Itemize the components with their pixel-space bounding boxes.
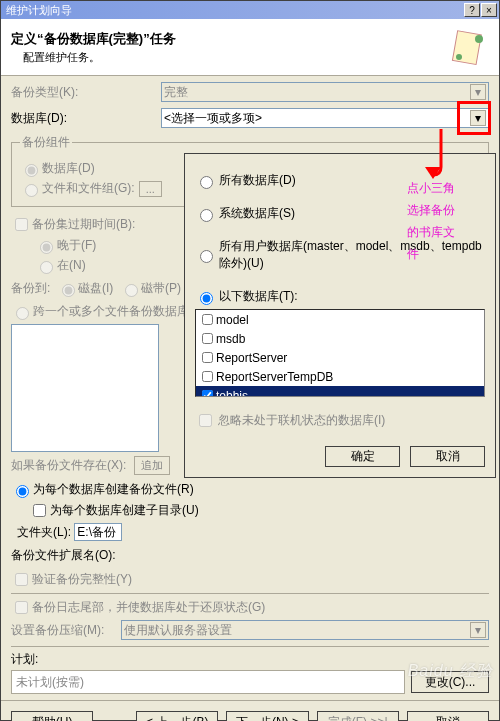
cancel-button[interactable]: 取消 xyxy=(407,711,489,721)
expire-after-radio xyxy=(40,241,53,254)
opt-user-radio[interactable] xyxy=(200,250,213,263)
close-button[interactable]: × xyxy=(481,3,497,17)
annotation-highlight-box xyxy=(457,101,491,135)
wizard-header: 定义“备份数据库(完整)”任务 配置维护任务。 xyxy=(1,19,499,76)
backup-disk-radio xyxy=(62,284,75,297)
db-item-checkbox[interactable] xyxy=(202,390,213,397)
ellipsis-button: ... xyxy=(139,181,162,197)
db-list-item[interactable]: tobhis xyxy=(196,386,484,397)
chevron-down-icon: ▾ xyxy=(470,84,486,100)
opt-these-radio[interactable] xyxy=(200,292,213,305)
verify-check xyxy=(15,573,28,586)
page-subtitle: 配置维护任务。 xyxy=(11,50,449,65)
back-button[interactable]: < 上一步(B) xyxy=(136,711,218,721)
expire-check xyxy=(15,218,28,231)
database-combo[interactable]: <选择一项或多项>▾ xyxy=(161,108,489,128)
exists-combo: 追加 xyxy=(134,456,170,475)
chevron-down-icon: ▾ xyxy=(470,622,486,638)
cancel-button[interactable]: 取消 xyxy=(410,446,485,467)
wizard-window: 维护计划向导 ? × 定义“备份数据库(完整)”任务 配置维护任务。 备份类型(… xyxy=(0,0,500,721)
db-item-checkbox[interactable] xyxy=(202,352,213,363)
folder-input[interactable] xyxy=(74,523,122,541)
backup-type-combo: 完整▾ xyxy=(161,82,489,102)
across-files-radio xyxy=(16,307,29,320)
svg-point-2 xyxy=(456,54,462,60)
tail-check xyxy=(15,601,28,614)
watermark: Baidu 经验 xyxy=(408,661,493,682)
ignore-offline-check xyxy=(199,414,212,427)
perdb-radio[interactable] xyxy=(16,485,29,498)
compress-combo: 使用默认服务器设置▾ xyxy=(121,620,489,640)
db-item-checkbox[interactable] xyxy=(202,371,213,382)
opt-system-radio[interactable] xyxy=(200,209,213,222)
backup-type-label: 备份类型(K): xyxy=(11,84,161,101)
opt-all-radio[interactable] xyxy=(200,176,213,189)
plan-display: 未计划(按需) xyxy=(11,670,405,694)
annotation-text: 点小三角 选择备份 的书库文 件 xyxy=(407,177,455,265)
ok-button[interactable]: 确定 xyxy=(325,446,400,467)
wizard-footer: 帮助(H) < 上一步(B) 下一步(N) > 完成(F) >>| 取消 xyxy=(1,705,499,721)
db-item-checkbox[interactable] xyxy=(202,333,213,344)
svg-point-1 xyxy=(475,35,483,43)
backup-tape-radio xyxy=(125,284,138,297)
subdir-check[interactable] xyxy=(33,504,46,517)
db-item-checkbox[interactable] xyxy=(202,314,213,325)
window-title: 维护计划向导 xyxy=(3,3,463,18)
wizard-icon xyxy=(449,27,489,67)
db-list-item[interactable]: ReportServer xyxy=(196,348,484,367)
files-list xyxy=(11,324,159,452)
database-label: 数据库(D): xyxy=(11,110,161,127)
backup-to-label: 备份到: xyxy=(11,280,50,297)
next-button[interactable]: 下一步(N) > xyxy=(226,711,308,721)
db-list-item[interactable]: model xyxy=(196,310,484,329)
titlebar: 维护计划向导 ? × xyxy=(1,1,499,19)
component-files-radio xyxy=(25,184,38,197)
expire-on-radio xyxy=(40,261,53,274)
db-list-item[interactable]: ReportServerTempDB xyxy=(196,367,484,386)
page-title: 定义“备份数据库(完整)”任务 xyxy=(11,30,449,48)
database-checklist[interactable]: modelmsdbReportServerReportServerTempDBt… xyxy=(195,309,485,397)
component-db-radio xyxy=(25,164,38,177)
help-button[interactable]: 帮助(H) xyxy=(11,711,93,721)
help-button[interactable]: ? xyxy=(464,3,480,17)
db-list-item[interactable]: msdb xyxy=(196,329,484,348)
finish-button: 完成(F) >>| xyxy=(317,711,399,721)
